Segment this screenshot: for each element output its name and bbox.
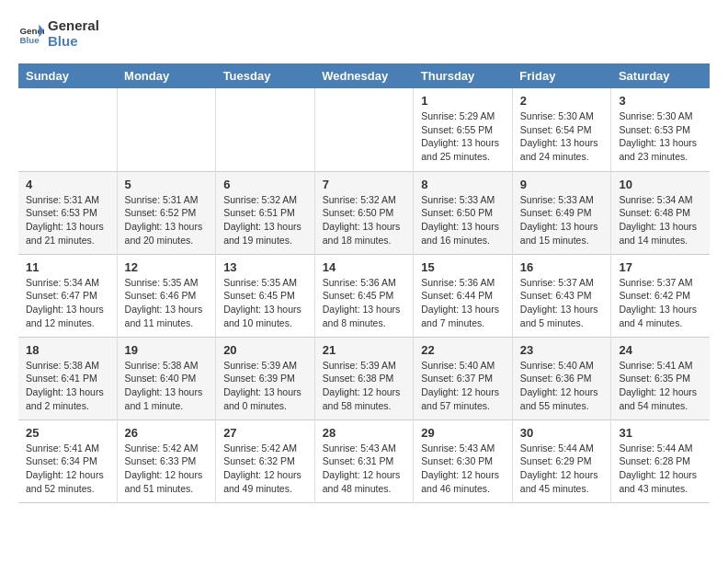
day-info: Sunrise: 5:31 AM Sunset: 6:53 PM Dayligh… bbox=[26, 193, 109, 247]
day-info: Sunrise: 5:35 AM Sunset: 6:45 PM Dayligh… bbox=[223, 276, 307, 330]
header: General Blue General Blue bbox=[18, 18, 710, 49]
day-cell: 2Sunrise: 5:30 AM Sunset: 6:54 PM Daylig… bbox=[512, 88, 611, 171]
day-info: Sunrise: 5:38 AM Sunset: 6:41 PM Dayligh… bbox=[26, 359, 109, 413]
day-cell: 9Sunrise: 5:33 AM Sunset: 6:49 PM Daylig… bbox=[512, 171, 611, 254]
day-info: Sunrise: 5:40 AM Sunset: 6:37 PM Dayligh… bbox=[421, 359, 505, 413]
day-number: 7 bbox=[323, 178, 406, 191]
day-info: Sunrise: 5:41 AM Sunset: 6:34 PM Dayligh… bbox=[26, 442, 109, 496]
day-number: 4 bbox=[26, 178, 109, 191]
day-cell: 1Sunrise: 5:29 AM Sunset: 6:55 PM Daylig… bbox=[414, 88, 513, 171]
day-number: 26 bbox=[125, 426, 209, 440]
day-number: 8 bbox=[421, 178, 505, 191]
day-number: 1 bbox=[421, 94, 505, 108]
col-header-saturday: Saturday bbox=[611, 63, 710, 88]
day-number: 30 bbox=[520, 426, 604, 440]
day-info: Sunrise: 5:32 AM Sunset: 6:50 PM Dayligh… bbox=[323, 193, 406, 247]
logo: General Blue General Blue bbox=[18, 18, 99, 49]
day-number: 28 bbox=[323, 426, 406, 440]
day-cell: 4Sunrise: 5:31 AM Sunset: 6:53 PM Daylig… bbox=[18, 171, 117, 254]
calendar-table: SundayMondayTuesdayWednesdayThursdayFrid… bbox=[18, 63, 710, 503]
day-info: Sunrise: 5:34 AM Sunset: 6:47 PM Dayligh… bbox=[26, 276, 109, 330]
day-cell: 24Sunrise: 5:41 AM Sunset: 6:35 PM Dayli… bbox=[611, 337, 710, 419]
day-info: Sunrise: 5:36 AM Sunset: 6:45 PM Dayligh… bbox=[323, 276, 406, 330]
day-cell: 19Sunrise: 5:38 AM Sunset: 6:40 PM Dayli… bbox=[117, 337, 216, 419]
day-cell: 17Sunrise: 5:37 AM Sunset: 6:42 PM Dayli… bbox=[611, 254, 710, 337]
day-number: 3 bbox=[619, 94, 702, 108]
day-number: 23 bbox=[520, 343, 604, 357]
day-info: Sunrise: 5:36 AM Sunset: 6:44 PM Dayligh… bbox=[421, 276, 505, 330]
week-row-1: 1Sunrise: 5:29 AM Sunset: 6:55 PM Daylig… bbox=[18, 88, 710, 171]
day-number: 15 bbox=[421, 260, 505, 274]
day-number: 20 bbox=[223, 343, 307, 357]
day-info: Sunrise: 5:35 AM Sunset: 6:46 PM Dayligh… bbox=[125, 276, 209, 330]
day-info: Sunrise: 5:42 AM Sunset: 6:33 PM Dayligh… bbox=[125, 442, 209, 496]
day-number: 14 bbox=[323, 260, 406, 274]
day-cell: 15Sunrise: 5:36 AM Sunset: 6:44 PM Dayli… bbox=[414, 254, 513, 337]
day-number: 19 bbox=[125, 343, 209, 357]
day-info: Sunrise: 5:29 AM Sunset: 6:55 PM Dayligh… bbox=[421, 109, 505, 164]
day-cell: 13Sunrise: 5:35 AM Sunset: 6:45 PM Dayli… bbox=[216, 254, 315, 337]
day-info: Sunrise: 5:39 AM Sunset: 6:38 PM Dayligh… bbox=[323, 359, 406, 413]
day-info: Sunrise: 5:30 AM Sunset: 6:54 PM Dayligh… bbox=[520, 109, 604, 164]
day-cell: 8Sunrise: 5:33 AM Sunset: 6:50 PM Daylig… bbox=[414, 171, 513, 254]
day-cell: 12Sunrise: 5:35 AM Sunset: 6:46 PM Dayli… bbox=[117, 254, 216, 337]
day-info: Sunrise: 5:30 AM Sunset: 6:53 PM Dayligh… bbox=[619, 109, 702, 164]
day-cell: 3Sunrise: 5:30 AM Sunset: 6:53 PM Daylig… bbox=[611, 88, 710, 171]
day-number: 11 bbox=[26, 260, 109, 274]
day-number: 25 bbox=[26, 426, 109, 440]
day-number: 18 bbox=[26, 343, 109, 357]
day-info: Sunrise: 5:33 AM Sunset: 6:49 PM Dayligh… bbox=[520, 193, 604, 247]
day-info: Sunrise: 5:41 AM Sunset: 6:35 PM Dayligh… bbox=[619, 359, 702, 413]
svg-text:Blue: Blue bbox=[19, 34, 40, 44]
col-header-thursday: Thursday bbox=[414, 63, 513, 88]
day-cell bbox=[18, 88, 117, 171]
day-cell bbox=[117, 88, 216, 171]
day-info: Sunrise: 5:40 AM Sunset: 6:36 PM Dayligh… bbox=[520, 359, 604, 413]
day-cell: 23Sunrise: 5:40 AM Sunset: 6:36 PM Dayli… bbox=[512, 337, 611, 419]
header-row: SundayMondayTuesdayWednesdayThursdayFrid… bbox=[18, 63, 710, 88]
day-cell: 31Sunrise: 5:44 AM Sunset: 6:28 PM Dayli… bbox=[611, 419, 710, 502]
day-info: Sunrise: 5:32 AM Sunset: 6:51 PM Dayligh… bbox=[223, 193, 307, 247]
day-cell: 21Sunrise: 5:39 AM Sunset: 6:38 PM Dayli… bbox=[314, 337, 414, 419]
day-info: Sunrise: 5:44 AM Sunset: 6:29 PM Dayligh… bbox=[520, 442, 604, 496]
day-info: Sunrise: 5:42 AM Sunset: 6:32 PM Dayligh… bbox=[223, 442, 307, 496]
day-info: Sunrise: 5:39 AM Sunset: 6:39 PM Dayligh… bbox=[223, 359, 307, 413]
day-cell: 22Sunrise: 5:40 AM Sunset: 6:37 PM Dayli… bbox=[414, 337, 513, 419]
day-info: Sunrise: 5:43 AM Sunset: 6:31 PM Dayligh… bbox=[323, 442, 406, 496]
week-row-3: 11Sunrise: 5:34 AM Sunset: 6:47 PM Dayli… bbox=[18, 254, 710, 337]
day-cell: 5Sunrise: 5:31 AM Sunset: 6:52 PM Daylig… bbox=[117, 171, 216, 254]
day-number: 13 bbox=[223, 260, 307, 274]
day-number: 24 bbox=[619, 343, 702, 357]
col-header-monday: Monday bbox=[117, 63, 216, 88]
day-info: Sunrise: 5:37 AM Sunset: 6:42 PM Dayligh… bbox=[619, 276, 702, 330]
day-cell: 10Sunrise: 5:34 AM Sunset: 6:48 PM Dayli… bbox=[611, 171, 710, 254]
day-cell: 11Sunrise: 5:34 AM Sunset: 6:47 PM Dayli… bbox=[18, 254, 117, 337]
day-number: 10 bbox=[619, 178, 702, 191]
week-row-5: 25Sunrise: 5:41 AM Sunset: 6:34 PM Dayli… bbox=[18, 419, 710, 502]
logo-blue: Blue bbox=[48, 34, 99, 50]
day-cell: 14Sunrise: 5:36 AM Sunset: 6:45 PM Dayli… bbox=[314, 254, 414, 337]
day-info: Sunrise: 5:33 AM Sunset: 6:50 PM Dayligh… bbox=[421, 193, 505, 247]
day-number: 29 bbox=[421, 426, 505, 440]
day-cell: 20Sunrise: 5:39 AM Sunset: 6:39 PM Dayli… bbox=[216, 337, 315, 419]
day-cell: 18Sunrise: 5:38 AM Sunset: 6:41 PM Dayli… bbox=[18, 337, 117, 419]
day-cell: 28Sunrise: 5:43 AM Sunset: 6:31 PM Dayli… bbox=[314, 419, 414, 502]
week-row-2: 4Sunrise: 5:31 AM Sunset: 6:53 PM Daylig… bbox=[18, 171, 710, 254]
day-number: 12 bbox=[125, 260, 209, 274]
day-number: 22 bbox=[421, 343, 505, 357]
day-number: 6 bbox=[223, 178, 307, 191]
day-cell bbox=[314, 88, 414, 171]
day-number: 17 bbox=[619, 260, 702, 274]
col-header-tuesday: Tuesday bbox=[216, 63, 315, 88]
day-cell: 30Sunrise: 5:44 AM Sunset: 6:29 PM Dayli… bbox=[512, 419, 611, 502]
day-info: Sunrise: 5:43 AM Sunset: 6:30 PM Dayligh… bbox=[421, 442, 505, 496]
day-number: 27 bbox=[223, 426, 307, 440]
day-cell: 6Sunrise: 5:32 AM Sunset: 6:51 PM Daylig… bbox=[216, 171, 315, 254]
day-number: 16 bbox=[520, 260, 604, 274]
col-header-wednesday: Wednesday bbox=[314, 63, 414, 88]
day-number: 9 bbox=[520, 178, 604, 191]
week-row-4: 18Sunrise: 5:38 AM Sunset: 6:41 PM Dayli… bbox=[18, 337, 710, 419]
day-info: Sunrise: 5:44 AM Sunset: 6:28 PM Dayligh… bbox=[619, 442, 702, 496]
day-cell: 25Sunrise: 5:41 AM Sunset: 6:34 PM Dayli… bbox=[18, 419, 117, 502]
day-info: Sunrise: 5:34 AM Sunset: 6:48 PM Dayligh… bbox=[619, 193, 702, 247]
